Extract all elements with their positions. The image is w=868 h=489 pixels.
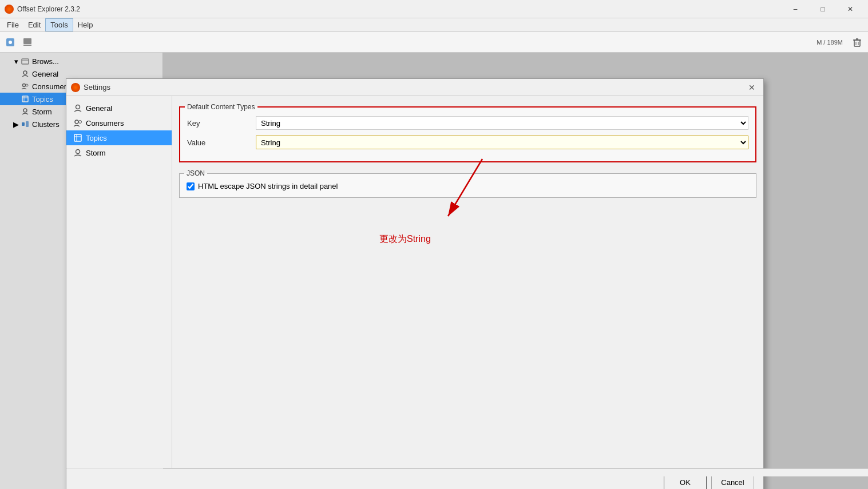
menu-help[interactable]: Help <box>73 18 98 31</box>
cancel-button[interactable]: Cancel <box>711 475 754 490</box>
app-title: Offset Explorer 2.3.2 <box>17 5 782 13</box>
key-label: Key <box>187 119 256 128</box>
nav-storm-label: Storm <box>86 149 106 157</box>
svg-point-22 <box>79 121 82 124</box>
svg-rect-4 <box>854 40 860 46</box>
svg-point-21 <box>75 120 78 124</box>
close-button[interactable]: ✕ <box>837 0 863 18</box>
value-select[interactable]: String Bytes JSON Long Integer Short Flo… <box>256 136 748 149</box>
annotation-arrow-svg <box>425 153 540 228</box>
key-select-wrap: String Bytes JSON Long Integer Short Flo… <box>256 116 748 130</box>
trash-icon <box>852 37 862 47</box>
svg-point-20 <box>76 105 80 109</box>
app-icon <box>5 5 14 14</box>
edit-icon <box>22 37 33 47</box>
nav-consumers-icon <box>73 118 82 128</box>
dialog-body: General Consumers <box>66 96 763 468</box>
menu-file[interactable]: File <box>2 18 23 31</box>
toolbar-button-1[interactable] <box>2 34 18 50</box>
maximize-button[interactable]: □ <box>810 0 836 18</box>
toolbar-button-2[interactable] <box>19 34 35 50</box>
menu-bar: File Edit Tools Help <box>0 18 868 32</box>
svg-point-26 <box>76 150 80 154</box>
nav-topics-icon <box>73 133 82 142</box>
dialog-main-panel: Default Content Types Key String Bytes J… <box>172 96 763 468</box>
dialog-nav-consumers[interactable]: Consumers <box>66 116 172 130</box>
menu-edit[interactable]: Edit <box>23 18 45 31</box>
html-escape-label: HTML escape JSON strings in detail panel <box>198 182 338 190</box>
value-select-wrap: String Bytes JSON Long Integer Short Flo… <box>256 136 748 149</box>
annotation-text: 更改为String <box>379 233 431 245</box>
connect-icon <box>5 37 15 47</box>
nav-general-icon <box>73 104 82 113</box>
settings-dialog: Settings ✕ General <box>66 78 764 489</box>
modal-overlay: Settings ✕ General <box>0 53 868 489</box>
svg-line-28 <box>448 159 482 216</box>
dialog-nav-storm[interactable]: Storm <box>66 145 172 160</box>
toolbar: M / 189M <box>0 32 868 53</box>
memory-indicator: M / 189M <box>817 39 847 46</box>
scroll-bar[interactable] <box>163 468 868 476</box>
minimize-button[interactable]: – <box>782 0 808 18</box>
dialog-title-bar: Settings ✕ <box>66 79 763 96</box>
title-bar: Offset Explorer 2.3.2 – □ ✕ <box>0 0 868 18</box>
dialog-title: Settings <box>84 83 745 92</box>
dialog-close-button[interactable]: ✕ <box>745 81 759 94</box>
dialog-icon <box>71 83 80 92</box>
nav-topics-label: Topics <box>86 134 107 142</box>
annotation-container: 更改为String <box>179 205 756 291</box>
default-content-types-legend: Default Content Types <box>185 103 257 111</box>
ok-button[interactable]: OK <box>664 475 707 490</box>
main-content: ▾ Brows... General <box>0 53 868 489</box>
svg-rect-2 <box>23 38 31 44</box>
dialog-sidebar: General Consumers <box>66 96 172 468</box>
svg-point-1 <box>9 41 12 44</box>
value-row: Value String Bytes JSON Long Integer Sho… <box>187 135 748 150</box>
trash-button[interactable] <box>849 34 866 51</box>
nav-consumers-label: Consumers <box>86 119 124 128</box>
value-label: Value <box>187 138 256 147</box>
key-row: Key String Bytes JSON Long Integer Short… <box>187 116 748 130</box>
dialog-nav-topics[interactable]: Topics <box>66 130 172 145</box>
nav-storm-icon <box>73 148 82 157</box>
dialog-nav-general[interactable]: General <box>66 101 172 116</box>
nav-general-label: General <box>86 104 112 113</box>
key-select[interactable]: String Bytes JSON Long Integer Short Flo… <box>256 116 748 130</box>
svg-rect-23 <box>74 134 81 141</box>
json-legend: JSON <box>184 169 207 177</box>
html-escape-checkbox[interactable] <box>187 182 195 190</box>
window-controls: – □ ✕ <box>782 0 863 18</box>
menu-tools[interactable]: Tools <box>45 18 73 31</box>
